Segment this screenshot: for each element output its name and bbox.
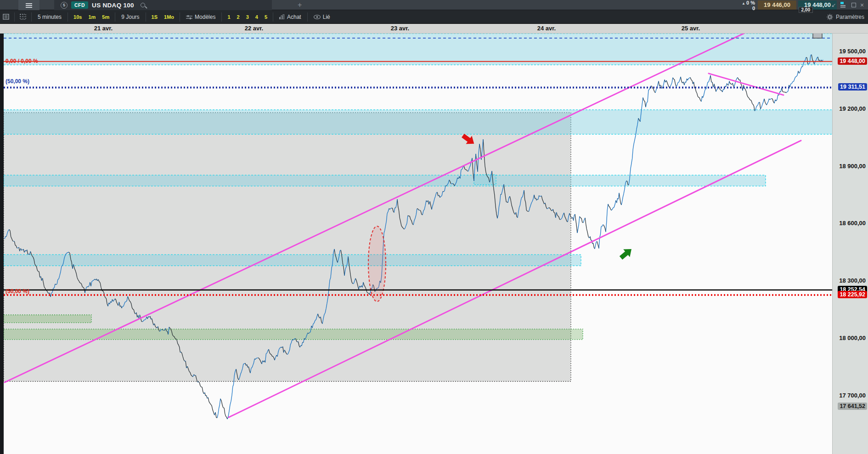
workspaces-icon[interactable] — [840, 2, 846, 8]
chart-canvas[interactable]: 0,00 / 0,00 %(50,00 %)(50,00 %) — [4, 34, 832, 454]
range-1s-button[interactable]: 1S — [148, 12, 161, 22]
price-chart-svg[interactable] — [4, 34, 832, 454]
price-axis[interactable]: 19 500,0019 200,0018 900,0018 600,0018 3… — [832, 34, 868, 454]
maximize-window-icon[interactable] — [851, 3, 856, 7]
date-axis[interactable]: 21 avr.22 avr.23 avr.24 avr.25 avr. — [0, 24, 868, 34]
chart-toolbar: 5 minutes 10s 1m 5m 9 Jours 1S 1Mo Modèl… — [0, 10, 868, 24]
timeframe-button[interactable]: 5 minutes — [34, 12, 65, 22]
achat-label: Achat — [287, 12, 301, 22]
change-absolute: 0 — [723, 6, 755, 11]
minimize-window-icon[interactable]: ↙ — [829, 0, 838, 10]
date-label: 24 avr. — [526, 25, 567, 32]
toolbar-separator — [146, 12, 146, 22]
date-label: 25 avr. — [670, 25, 711, 32]
eye-icon — [314, 15, 321, 19]
volume-bars-icon — [279, 14, 285, 19]
timeframe-5m-button[interactable]: 5m — [99, 12, 113, 22]
selection-gray-box[interactable] — [4, 113, 571, 381]
axis-tick: 17 700,00 — [839, 392, 866, 399]
collapsed-side-strip[interactable] — [0, 24, 4, 454]
fib-50-upper-badge: 19 311,51 — [838, 83, 867, 91]
instrument-tab[interactable]: 5 CFD US NDAQ 100 — [54, 0, 272, 10]
close-window-icon[interactable]: × — [858, 0, 866, 10]
cyan-zone-19200[interactable] — [4, 110, 832, 134]
lie-label: Lié — [323, 12, 330, 22]
axis-tick: 18 900,00 — [839, 163, 866, 170]
spread-badge: 2,00 — [799, 7, 813, 13]
trading-platform-window: 5 CFD US NDAQ 100 + ▲0 % 0 19 446,00 19 … — [0, 0, 868, 454]
green-zone-wide[interactable] — [4, 329, 583, 340]
cyan-zone-18400[interactable] — [4, 255, 581, 266]
model-4-button[interactable]: 4 — [252, 12, 261, 22]
toolbar-separator — [14, 12, 15, 22]
lie-button[interactable]: Lié — [310, 12, 334, 22]
timeframe-1m-button[interactable]: 1m — [85, 12, 99, 22]
axis-tick: 19 200,00 — [839, 105, 866, 112]
axis-tick: 18 600,00 — [839, 220, 866, 227]
workspaces-icon-lines — [840, 5, 845, 6]
toolbar-separator — [180, 12, 180, 22]
date-label: 23 avr. — [379, 25, 421, 32]
new-tab-button[interactable]: + — [294, 0, 305, 10]
toolbar-separator — [31, 12, 32, 22]
model-2-button[interactable]: 2 — [234, 12, 243, 22]
axis-corner — [832, 24, 868, 34]
main-menu-button[interactable] — [18, 0, 39, 10]
model-5-button[interactable]: 5 — [261, 12, 271, 22]
axis-tick: 19 500,00 — [839, 48, 866, 55]
cfd-badge: CFD — [71, 1, 88, 9]
sell-button[interactable]: 19 446,00 — [758, 0, 796, 10]
up-triangle-icon: ▲ — [742, 1, 745, 6]
workspaces-icon-square — [840, 2, 844, 4]
cyan-zone-18850[interactable] — [4, 175, 766, 186]
range-button[interactable]: 9 Jours — [118, 12, 143, 22]
green-zone-small[interactable] — [4, 315, 91, 323]
model-3-button[interactable]: 3 — [243, 12, 252, 22]
toolbar-separator — [221, 12, 222, 22]
layout-grid-icon[interactable] — [17, 12, 29, 22]
toolbar-separator — [68, 12, 68, 22]
axis-tick: 18 300,00 — [839, 277, 866, 284]
parametres-button[interactable]: Paramètres — [827, 10, 864, 24]
models-label: Modèles — [195, 12, 215, 22]
achat-button[interactable]: Achat — [276, 12, 305, 22]
timeframe-10s-button[interactable]: 10s — [70, 12, 85, 22]
axis-tick: 18 000,00 — [839, 335, 866, 341]
model-1-button[interactable]: 1 — [224, 12, 233, 22]
fib-50-lower-badge: 18 225,92 — [838, 291, 867, 298]
session-low-ref-badge: 17 641,52 — [838, 403, 867, 410]
search-icon[interactable] — [141, 3, 145, 7]
instrument-title: US NDAQ 100 — [92, 2, 134, 9]
date-label: 22 avr. — [233, 25, 275, 32]
range-1mo-button[interactable]: 1Mo — [161, 12, 177, 22]
toolbar-separator — [115, 12, 115, 22]
current-price-line-badge: 19 448,00 — [838, 57, 867, 65]
toolbar-separator — [273, 12, 273, 22]
parametres-label: Paramètres — [836, 14, 864, 20]
date-label: 21 avr. — [83, 25, 124, 32]
toolbar-separator — [307, 12, 308, 22]
sliders-icon — [186, 15, 192, 19]
hamburger-icon — [26, 3, 32, 4]
daily-change: ▲0 % 0 — [723, 0, 755, 11]
house-alert-marker[interactable] — [813, 34, 822, 38]
title-bar: 5 CFD US NDAQ 100 + ▲0 % 0 19 446,00 19 … — [0, 0, 868, 10]
change-percent: 0 % — [746, 0, 755, 6]
properties-list-icon[interactable] — [0, 12, 12, 22]
gear-icon — [827, 14, 833, 20]
instrument-count-icon: 5 — [61, 2, 68, 9]
models-button[interactable]: Modèles — [182, 12, 219, 22]
